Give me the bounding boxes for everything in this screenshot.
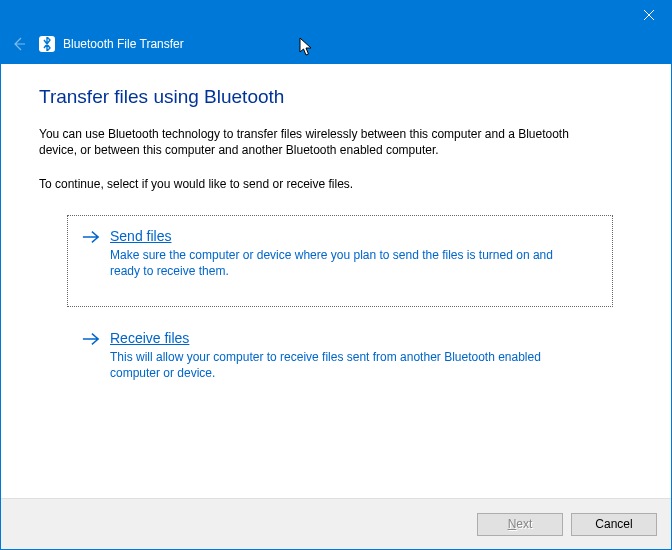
- option-text: Receive files This will allow your compu…: [110, 330, 598, 381]
- options-list: Send files Make sure the computer or dev…: [67, 215, 613, 398]
- arrow-right-icon: [82, 230, 100, 245]
- back-arrow-icon: [11, 36, 27, 52]
- next-button: Next: [477, 513, 563, 536]
- back-button: [9, 36, 29, 52]
- close-button[interactable]: [626, 0, 671, 30]
- option-receive-files[interactable]: Receive files This will allow your compu…: [67, 317, 613, 398]
- page-heading: Transfer files using Bluetooth: [39, 86, 633, 108]
- close-icon: [644, 10, 654, 20]
- option-send-files[interactable]: Send files Make sure the computer or dev…: [67, 215, 613, 307]
- option-title: Receive files: [110, 330, 189, 346]
- option-text: Send files Make sure the computer or dev…: [110, 228, 598, 279]
- footer-bar: Next Cancel: [1, 498, 671, 549]
- content-area: Transfer files using Bluetooth You can u…: [1, 64, 671, 498]
- option-title: Send files: [110, 228, 171, 244]
- arrow-right-icon: [82, 332, 100, 347]
- option-desc: Make sure the computer or device where y…: [110, 247, 570, 279]
- instruction-text: To continue, select if you would like to…: [39, 176, 599, 192]
- system-bar: [1, 0, 671, 30]
- bluetooth-icon: [39, 36, 55, 52]
- intro-text: You can use Bluetooth technology to tran…: [39, 126, 599, 158]
- option-desc: This will allow your computer to receive…: [110, 349, 570, 381]
- title-bar: Bluetooth File Transfer: [1, 30, 671, 64]
- cancel-button[interactable]: Cancel: [571, 513, 657, 536]
- wizard-window: Bluetooth File Transfer Transfer files u…: [0, 0, 672, 550]
- window-title: Bluetooth File Transfer: [63, 37, 184, 51]
